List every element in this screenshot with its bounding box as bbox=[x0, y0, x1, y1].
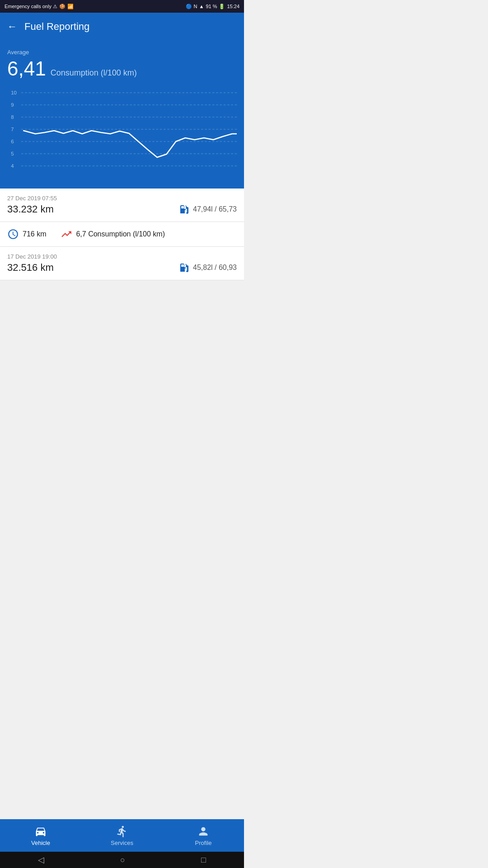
entry-fuel-2: 45,82l / 60,93 bbox=[178, 262, 237, 273]
status-bar: Emergency calls only ⚠ 🍪 📶 🔵 N ▲ 91 % 🔋 … bbox=[0, 0, 244, 13]
entry-km-1: 33.232 km bbox=[7, 203, 54, 215]
page-title: Fuel Reporting bbox=[24, 21, 89, 33]
chart-svg: .grid-line { stroke: rgba(255,255,255,0.… bbox=[7, 87, 237, 178]
nfc-icon: N bbox=[194, 4, 197, 9]
distance-value: 716 km bbox=[23, 230, 46, 238]
status-left: Emergency calls only ⚠ 🍪 📶 bbox=[5, 4, 74, 9]
svg-text:9: 9 bbox=[11, 102, 14, 108]
average-value-row: 6,41 Consumption (l/100 km) bbox=[7, 57, 237, 80]
chart-area: Average 6,41 Consumption (l/100 km) .gri… bbox=[0, 41, 244, 189]
svg-text:6: 6 bbox=[11, 139, 14, 144]
app-header: ← Fuel Reporting bbox=[0, 13, 244, 41]
entry-date-1: 27 Dec 2019 07:55 bbox=[7, 195, 237, 202]
battery-icon: 🔋 bbox=[219, 4, 225, 9]
back-button[interactable]: ← bbox=[7, 21, 17, 33]
average-unit: Consumption (l/100 km) bbox=[51, 68, 137, 78]
bluetooth-icon: 🔵 bbox=[186, 4, 192, 9]
entry-fuel-text-2: 45,82l / 60,93 bbox=[193, 264, 237, 272]
svg-text:5: 5 bbox=[11, 151, 14, 156]
battery-text: 91 % bbox=[206, 4, 217, 9]
svg-text:7: 7 bbox=[11, 127, 14, 132]
wifi-icon: 📶 bbox=[67, 4, 74, 9]
trip-stats-row: 716 km 6,7 Consumption (l/100 km) bbox=[0, 222, 244, 247]
signal-icon: ▲ bbox=[199, 4, 204, 9]
entry-km-2: 32.516 km bbox=[7, 262, 54, 274]
speedometer-icon bbox=[7, 228, 19, 240]
consumption-stat: 6,7 Consumption (l/100 km) bbox=[61, 228, 165, 240]
svg-text:10: 10 bbox=[11, 90, 17, 95]
svg-text:4: 4 bbox=[11, 163, 14, 169]
fuel-chart: .grid-line { stroke: rgba(255,255,255,0.… bbox=[7, 87, 237, 178]
distance-stat: 716 km bbox=[7, 228, 46, 240]
cookie-icon: 🍪 bbox=[59, 4, 66, 9]
fuel-entry-1: 27 Dec 2019 07:55 33.232 km 47,94l / 65,… bbox=[0, 189, 244, 222]
entry-fuel-1: 47,94l / 65,73 bbox=[178, 204, 237, 215]
entry-fuel-text-1: 47,94l / 65,73 bbox=[193, 205, 237, 213]
status-right: 🔵 N ▲ 91 % 🔋 15:24 bbox=[186, 4, 239, 9]
entry-date-2: 17 Dec 2019 19:00 bbox=[7, 253, 237, 260]
entry-main-1: 33.232 km 47,94l / 65,73 bbox=[7, 203, 237, 215]
average-number: 6,41 bbox=[7, 57, 46, 80]
fuel-entry-2: 17 Dec 2019 19:00 32.516 km 45,82l / 60,… bbox=[0, 247, 244, 280]
data-section: 27 Dec 2019 07:55 33.232 km 47,94l / 65,… bbox=[0, 189, 244, 280]
average-label: Average bbox=[7, 49, 237, 56]
consumption-value: 6,7 Consumption (l/100 km) bbox=[76, 230, 165, 238]
svg-text:8: 8 bbox=[11, 114, 14, 120]
entry-main-2: 32.516 km 45,82l / 60,93 bbox=[7, 262, 237, 274]
trend-up-icon bbox=[61, 228, 72, 240]
emergency-text: Emergency calls only ⚠ bbox=[5, 4, 57, 9]
fuel-pump-icon-1 bbox=[178, 204, 189, 215]
time-text: 15:24 bbox=[227, 4, 239, 9]
fuel-pump-icon-2 bbox=[178, 262, 189, 273]
